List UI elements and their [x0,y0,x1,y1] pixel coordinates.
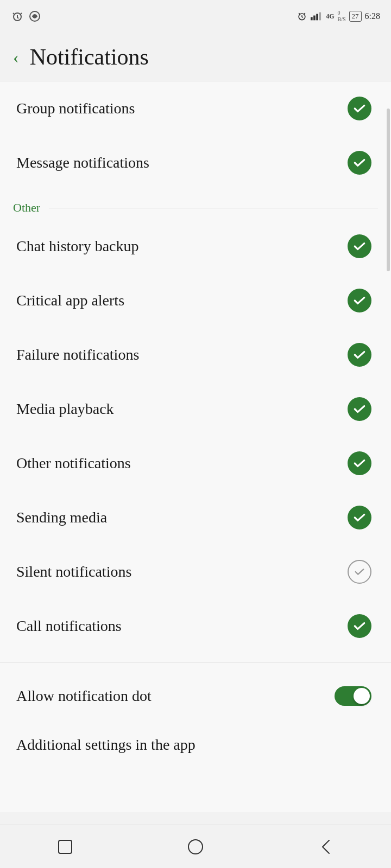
critical-app-alerts-label: Critical app alerts [16,292,124,309]
sending-media-toggle[interactable] [348,506,371,529]
media-playback-row[interactable]: Media playback [0,382,391,436]
allow-notification-dot-row[interactable]: Allow notification dot [0,671,391,721]
failure-notifications-row[interactable]: Failure notifications [0,328,391,382]
group-notifications-label: Group notifications [16,100,135,117]
failure-notifications-label: Failure notifications [16,346,139,363]
sending-media-row[interactable]: Sending media [0,490,391,545]
call-notifications-toggle[interactable] [348,614,371,638]
svg-rect-5 [316,14,318,21]
message-notifications-toggle[interactable] [348,151,371,175]
critical-app-alerts-row[interactable]: Critical app alerts [0,273,391,328]
nav-bar [0,825,391,868]
bottom-section-divider [0,662,391,662]
status-bar: 4G 0B/S 27 6:28 [0,0,391,33]
battery-indicator: 27 [349,11,362,22]
media-playback-toggle[interactable] [348,397,371,421]
other-notifications-row[interactable]: Other notifications [0,436,391,490]
section-divider-line [49,208,378,208]
network-badge: 4G [326,12,334,21]
failure-notifications-toggle[interactable] [348,343,371,367]
group-notifications-toggle[interactable] [348,97,371,120]
page-title: Notifications [30,44,149,70]
message-notifications-row[interactable]: Message notifications [0,136,391,190]
silent-notifications-toggle[interactable] [348,560,371,584]
call-notifications-label: Call notifications [16,617,122,635]
scrollbar[interactable] [387,108,390,271]
nav-spacer [0,769,391,812]
svg-point-8 [188,840,203,854]
back-button[interactable]: ‹ [13,48,19,66]
silent-notifications-label: Silent notifications [16,563,131,580]
other-section-header: Other [0,190,391,219]
additional-settings-label: Additional settings in the app [16,736,195,754]
svg-rect-6 [319,12,321,21]
allow-notification-dot-label: Allow notification dot [16,687,152,705]
silent-notifications-row[interactable]: Silent notifications [0,545,391,599]
nav-square-button[interactable] [49,831,81,863]
nav-home-button[interactable] [179,831,212,863]
media-playback-label: Media playback [16,400,114,418]
sending-media-label: Sending media [16,509,107,526]
allow-notification-dot-toggle[interactable] [335,686,371,706]
svg-rect-4 [313,16,316,21]
alarm-icon [11,10,24,23]
chat-history-backup-toggle[interactable] [348,234,371,258]
additional-settings-row[interactable]: Additional settings in the app [0,721,391,769]
chat-history-backup-label: Chat history backup [16,238,139,255]
signal-icon [311,11,323,22]
other-notifications-toggle[interactable] [348,451,371,475]
other-notifications-label: Other notifications [16,455,131,472]
message-notifications-label: Message notifications [16,154,149,171]
group-notifications-row[interactable]: Group notifications [0,81,391,136]
content-area: Group notifications Message notification… [0,81,391,812]
data-speed: 0B/S [338,10,346,23]
alarm-status-icon [297,11,307,22]
status-icons-left [11,10,41,23]
status-icons-right: 4G 0B/S 27 6:28 [297,10,380,23]
page-header: ‹ Notifications [0,33,391,81]
status-time: 6:28 [365,11,380,21]
other-section-label: Other [13,201,40,215]
call-notifications-row[interactable]: Call notifications [0,599,391,653]
chat-history-backup-row[interactable]: Chat history backup [0,219,391,273]
critical-app-alerts-toggle[interactable] [348,289,371,312]
nav-back-button[interactable] [310,831,342,863]
toggle-thumb [354,688,370,704]
svg-rect-7 [59,840,72,853]
app-icon [28,10,41,23]
svg-rect-3 [311,17,313,20]
